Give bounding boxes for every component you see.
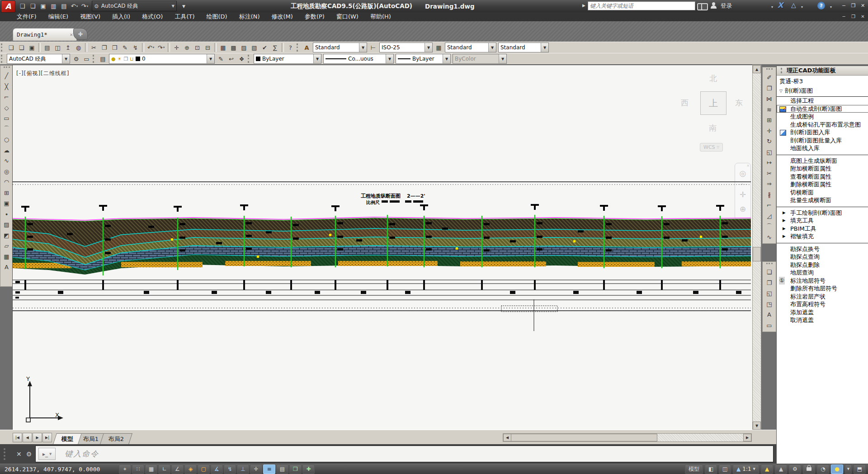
panel-title-bar[interactable]: 理正CAD功能面板	[777, 66, 868, 76]
open-button[interactable]: ❏	[28, 2, 38, 11]
file-tab-drawing1[interactable]: Drawing1* ✕	[13, 28, 77, 41]
command-input[interactable]: ▸_▼ 键入命令	[35, 446, 774, 462]
arc-icon[interactable]: ⌒	[1, 124, 12, 135]
panel-item[interactable]: 查看横断面属性	[777, 173, 868, 181]
vertical-scroll-thumb[interactable]	[753, 247, 761, 261]
chevron-down-icon[interactable]: ▼	[313, 54, 321, 63]
snap-toggle[interactable]: ⌖	[119, 465, 131, 474]
restore-button[interactable]: ❐	[850, 2, 857, 9]
navbar-close-icon[interactable]: ✕	[746, 164, 750, 168]
chevron-down-icon[interactable]: ▼	[443, 54, 450, 63]
erase-icon[interactable]: ✐	[764, 72, 774, 83]
hatch-to-back-icon[interactable]: ▭	[764, 320, 774, 331]
toolbar-separator[interactable]	[85, 43, 87, 52]
panel-item[interactable]: 附加横断面属性	[777, 165, 868, 173]
panel-item[interactable]: 生成桥钻孔平面布置示意图	[777, 121, 868, 129]
quick-properties-toggle[interactable]: ▤	[276, 465, 288, 474]
join-icon[interactable]: ⌐	[764, 200, 774, 211]
status-overflow-icon[interactable]: ▼	[845, 465, 852, 474]
sign-in-link[interactable]: 登录	[721, 0, 732, 12]
chevron-down-icon[interactable]: ▼	[425, 43, 432, 52]
polyline-icon[interactable]: ⌐	[1, 92, 12, 103]
panel-item[interactable]: 切横断面	[777, 189, 868, 197]
menu-item[interactable]: 修改(M)	[266, 12, 299, 21]
exchange-icon[interactable]: X	[778, 1, 783, 9]
make-object-layer-current-icon[interactable]: ✎	[216, 54, 226, 64]
compass-top-face[interactable]: 上	[700, 91, 726, 115]
panel-item[interactable]: 手工绘制剖(断)面图	[777, 209, 868, 217]
copy-icon[interactable]: ❐	[764, 83, 774, 94]
customize-commandline-icon[interactable]: ⚙	[26, 450, 32, 458]
region-icon[interactable]: ▱	[1, 241, 12, 251]
redo-icon[interactable]: ↷	[156, 43, 166, 52]
layer-states-icon[interactable]: ❖	[237, 54, 247, 64]
panel-item[interactable]: 剖(断)面图入库	[777, 128, 868, 137]
color-combo[interactable]: ByLayer▼	[254, 54, 321, 64]
layer-properties-icon[interactable]: ▤	[98, 54, 108, 64]
make-block-icon[interactable]: ▣	[1, 198, 12, 209]
panel-item[interactable]: 勘探点换号	[777, 245, 868, 253]
coordinates-readout[interactable]: 2614.2137, 407.9747, 0.0000	[5, 466, 112, 473]
close-commandline-icon[interactable]: ✕	[16, 450, 22, 458]
mleader-style-combo[interactable]: Standard▼	[498, 43, 549, 52]
tab-layout2[interactable]: 布局2	[100, 433, 132, 444]
menu-item[interactable]: 格式(O)	[136, 12, 169, 21]
menu-item[interactable]: 文件(F)	[11, 12, 42, 21]
help-icon[interactable]: ?	[817, 2, 825, 9]
gradient-icon[interactable]: ◩	[1, 230, 12, 241]
fillet-icon[interactable]: ⌒	[764, 221, 774, 232]
wcs-menu[interactable]: WCS▽	[700, 143, 723, 152]
panel-item[interactable]	[777, 152, 868, 155]
tool-palettes-icon[interactable]: ▨	[239, 43, 249, 52]
toolbar-separator[interactable]	[282, 43, 284, 52]
toolbar-grip[interactable]	[93, 55, 96, 63]
panel-item[interactable]: 地层查询	[777, 269, 868, 277]
zoom-previous-icon[interactable]: ⊟	[203, 43, 213, 52]
insert-block-icon[interactable]: ⊞	[1, 188, 12, 199]
infocenter-collapse-icon[interactable]: ▶	[582, 3, 585, 8]
layer-lock-icon[interactable]: ⊔	[130, 56, 134, 62]
blend-curves-icon[interactable]: ∿	[764, 232, 774, 243]
menu-item[interactable]: 帮助(H)	[364, 12, 397, 21]
panel-item[interactable]: 添加遮盖	[777, 308, 868, 317]
panel-item[interactable]	[777, 204, 868, 207]
text-style-icon[interactable]: A	[302, 43, 312, 52]
steering-wheel-icon[interactable]: ◎	[740, 170, 746, 177]
panel-item[interactable]: 标注地层符号	[777, 277, 868, 285]
dim-style-icon[interactable]: ⊢	[368, 43, 378, 52]
rotate-icon[interactable]: ↻	[764, 136, 774, 147]
ortho-toggle[interactable]: ∟	[158, 465, 170, 474]
angle-toggle[interactable]: ∡	[211, 465, 223, 474]
toolbar-grip[interactable]	[297, 43, 300, 52]
sign-in-dropdown-icon[interactable]: ▾	[771, 5, 773, 9]
menu-item[interactable]: 视图(V)	[74, 12, 106, 21]
panel-item[interactable]: 剖(断)面图批量入库	[777, 137, 868, 145]
layer-on-icon[interactable]: ●	[111, 56, 116, 62]
properties-icon[interactable]: ▦	[218, 43, 228, 52]
scroll-right-icon[interactable]: ▶	[743, 434, 751, 441]
redo-button[interactable]: ↷	[80, 2, 90, 11]
search-icon[interactable]	[697, 3, 706, 9]
layer-previous-icon[interactable]: ↩	[226, 54, 236, 64]
plot-button[interactable]: ▤	[59, 2, 69, 11]
panel-item[interactable]: 删除横断面属性	[777, 180, 868, 189]
quick-access-overflow-icon[interactable]: ▼	[179, 2, 189, 11]
menu-item[interactable]: 标注(N)	[233, 12, 266, 21]
pan-icon[interactable]: ✛	[172, 43, 182, 52]
block-editor-icon[interactable]: ↯	[131, 43, 141, 52]
toolbar-separator[interactable]	[142, 43, 144, 52]
bring-above-icon[interactable]: ◱	[764, 288, 774, 299]
ellipse-arc-icon[interactable]: ◠	[1, 177, 12, 188]
panel-item[interactable]: 褶皱填充	[777, 232, 868, 241]
spline-icon[interactable]: ∿	[1, 156, 12, 166]
panel-item[interactable]: 自动生成剖(断)面图	[777, 105, 868, 113]
bring-to-front-icon[interactable]: ❏	[764, 267, 774, 278]
grid-display-toggle[interactable]: ▦	[145, 465, 157, 474]
plot-icon[interactable]: ▤	[42, 43, 52, 52]
panel-item[interactable]	[777, 241, 868, 243]
annotation-visibility-icon[interactable]: ▲	[761, 465, 773, 474]
panel-item[interactable]: 生成图例	[777, 113, 868, 121]
commandline-grip[interactable]	[4, 448, 8, 460]
tab-model[interactable]: 模型	[53, 433, 82, 444]
workspace-save-icon[interactable]: ▭	[82, 54, 92, 64]
